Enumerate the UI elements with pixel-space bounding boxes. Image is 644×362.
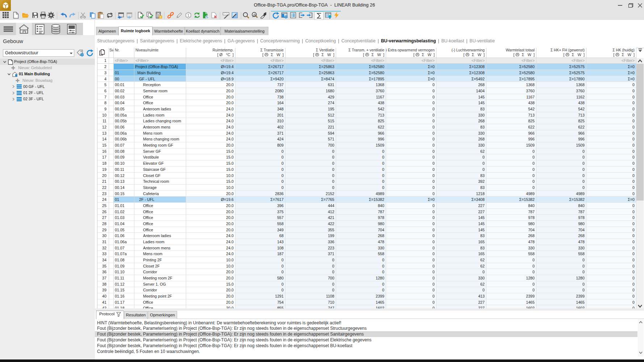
svg-text:1: 1 xyxy=(187,13,189,17)
